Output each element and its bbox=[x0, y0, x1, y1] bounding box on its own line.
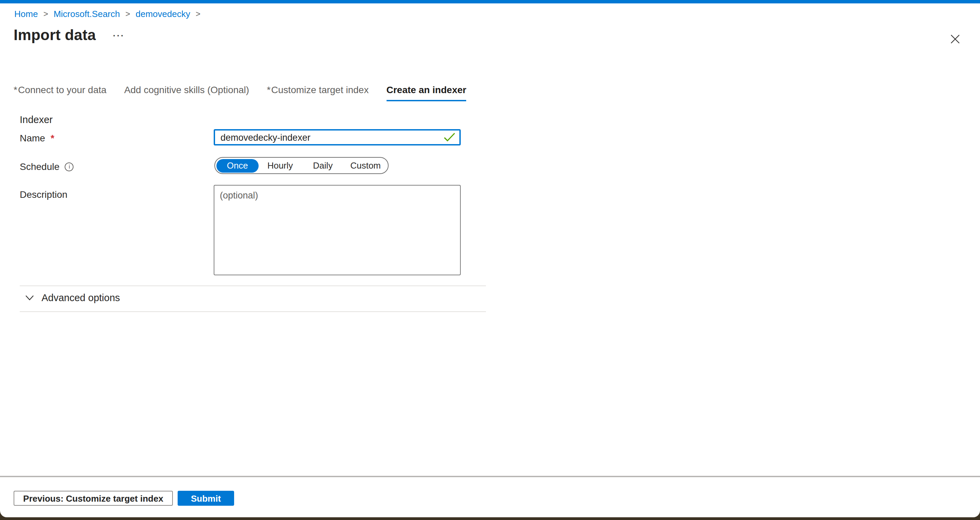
required-asterisk: * bbox=[51, 133, 54, 143]
breadcrumb: Home > Microsoft.Search > demovedecky > bbox=[14, 9, 200, 19]
close-button[interactable] bbox=[947, 31, 962, 46]
schedule-label-text: Schedule bbox=[20, 161, 60, 172]
info-icon[interactable]: i bbox=[65, 162, 74, 171]
tab-connect-to-your-data[interactable]: *Connect to your data bbox=[14, 84, 107, 101]
footer-divider bbox=[0, 476, 980, 477]
breadcrumb-separator-icon: > bbox=[126, 9, 130, 18]
breadcrumb-separator-icon: > bbox=[196, 9, 200, 18]
tab-label: Create an indexer bbox=[386, 84, 466, 95]
name-input-container bbox=[214, 129, 461, 146]
tab-label: Connect to your data bbox=[18, 84, 107, 95]
indexer-section-heading: Indexer bbox=[20, 114, 53, 125]
tab-required-marker: * bbox=[14, 84, 18, 95]
tab-add-cognitive-skills[interactable]: Add cognitive skills (Optional) bbox=[124, 84, 249, 101]
name-field-label: Name* bbox=[20, 133, 54, 143]
name-label-text: Name bbox=[20, 133, 45, 143]
description-field-label: Description bbox=[20, 189, 67, 200]
breadcrumb-separator-icon: > bbox=[43, 9, 48, 18]
tab-bar: *Connect to your data Add cognitive skil… bbox=[14, 84, 466, 101]
schedule-option-daily[interactable]: Daily bbox=[301, 159, 344, 172]
import-data-blade: Home > Microsoft.Search > demovedecky > … bbox=[0, 0, 980, 517]
desktop-background: Home > Microsoft.Search > demovedecky > … bbox=[0, 0, 980, 520]
close-icon bbox=[950, 34, 960, 44]
advanced-options-label: Advanced options bbox=[41, 292, 120, 303]
chevron-down-icon bbox=[25, 295, 34, 300]
schedule-option-hourly[interactable]: Hourly bbox=[259, 159, 302, 172]
tab-customize-target-index[interactable]: *Customize target index bbox=[267, 84, 369, 101]
tab-create-an-indexer[interactable]: Create an indexer bbox=[386, 84, 466, 101]
previous-step-button[interactable]: Previous: Customize target index bbox=[14, 491, 173, 506]
breadcrumb-demovedecky[interactable]: demovedecky bbox=[136, 9, 190, 19]
schedule-field-label: Schedule i bbox=[20, 161, 74, 172]
divider bbox=[20, 311, 486, 312]
tab-label: Add cognitive skills (Optional) bbox=[124, 84, 249, 95]
schedule-option-custom[interactable]: Custom bbox=[344, 159, 387, 172]
more-options-icon[interactable]: ··· bbox=[113, 30, 125, 40]
advanced-options-toggle[interactable]: Advanced options bbox=[25, 292, 120, 303]
tab-required-marker: * bbox=[267, 84, 270, 95]
indexer-name-input[interactable] bbox=[214, 129, 461, 146]
schedule-segmented-control: Once Hourly Daily Custom bbox=[215, 157, 388, 174]
tab-label: Customize target index bbox=[271, 84, 369, 95]
breadcrumb-microsoft-search[interactable]: Microsoft.Search bbox=[53, 9, 120, 19]
description-label-text: Description bbox=[20, 189, 67, 200]
description-textarea[interactable] bbox=[214, 185, 461, 275]
page-title: Import data bbox=[14, 27, 96, 44]
submit-button[interactable]: Submit bbox=[178, 491, 234, 506]
checkmark-icon bbox=[444, 133, 455, 141]
schedule-option-once[interactable]: Once bbox=[216, 159, 259, 172]
title-row: Import data ··· bbox=[14, 27, 125, 44]
portal-accent-bar bbox=[0, 0, 980, 3]
divider bbox=[20, 285, 486, 286]
breadcrumb-home[interactable]: Home bbox=[14, 9, 38, 19]
